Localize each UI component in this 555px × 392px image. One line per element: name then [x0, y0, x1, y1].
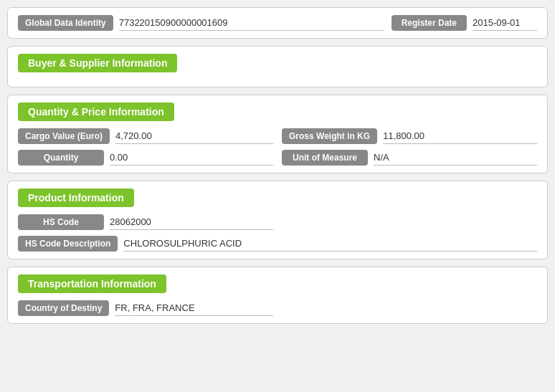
gross-weight-label: Gross Weight in KG [282, 128, 377, 144]
global-data-identity-value: 773220150900000001609 [119, 15, 384, 31]
transportation-header: Transportation Information [18, 274, 166, 293]
gross-weight-group: Gross Weight in KG 11,800.00 [282, 128, 537, 144]
gross-weight-value: 11,800.00 [383, 128, 537, 144]
quantity-label: Quantity [18, 150, 104, 166]
quantity-price-card: Quantity & Price Information Cargo Value… [7, 95, 548, 173]
unit-of-measure-group: Unit of Measure N/A [282, 150, 537, 166]
buyer-supplier-header: Buyer & Supplier Information [18, 54, 177, 72]
global-data-identity-label: Global Data Identity [18, 15, 113, 31]
cargo-value-group: Cargo Value (Euro) 4,720.00 [18, 128, 273, 144]
cargo-value-value: 4,720.00 [115, 128, 273, 144]
transportation-card: Transportation Information Country of De… [7, 267, 548, 324]
quantity-unit-row: Quantity 0.00 Unit of Measure N/A [18, 150, 537, 166]
unit-of-measure-value: N/A [374, 150, 537, 166]
hs-code-desc-value: CHLOROSULPHURIC ACID [123, 236, 537, 252]
hs-code-label: HS Code [18, 214, 104, 230]
hs-code-group: HS Code 28062000 [18, 214, 273, 230]
cargo-value-label: Cargo Value (Euro) [18, 128, 110, 144]
quantity-value: 0.00 [110, 150, 273, 166]
unit-of-measure-label: Unit of Measure [282, 150, 368, 166]
register-date-label: Register Date [392, 15, 467, 31]
product-header: Product Information [18, 188, 134, 207]
global-data-identity-group: Global Data Identity 7732201509000000016… [18, 15, 384, 31]
cargo-gross-row: Cargo Value (Euro) 4,720.00 Gross Weight… [18, 128, 537, 144]
hs-code-value: 28062000 [110, 214, 273, 230]
country-of-destiny-label: Country of Destiny [18, 300, 109, 316]
hs-code-row: HS Code 28062000 [18, 214, 537, 230]
hs-code-desc-label: HS Code Description [18, 236, 118, 252]
header-card: Global Data Identity 7732201509000000016… [7, 7, 548, 39]
register-date-group: Register Date 2015-09-01 [392, 15, 537, 31]
quantity-group: Quantity 0.00 [18, 150, 273, 166]
country-of-destiny-row: Country of Destiny FR, FRA, FRANCE [18, 300, 537, 316]
country-of-destiny-group: Country of Destiny FR, FRA, FRANCE [18, 300, 273, 316]
quantity-price-header: Quantity & Price Information [18, 102, 174, 121]
buyer-supplier-card: Buyer & Supplier Information [7, 46, 548, 87]
hs-code-desc-group: HS Code Description CHLOROSULPHURIC ACID [18, 236, 537, 252]
register-date-value: 2015-09-01 [473, 15, 537, 31]
hs-code-desc-row: HS Code Description CHLOROSULPHURIC ACID [18, 236, 537, 252]
product-card: Product Information HS Code 28062000 HS … [7, 181, 548, 259]
country-of-destiny-value: FR, FRA, FRANCE [115, 300, 273, 316]
